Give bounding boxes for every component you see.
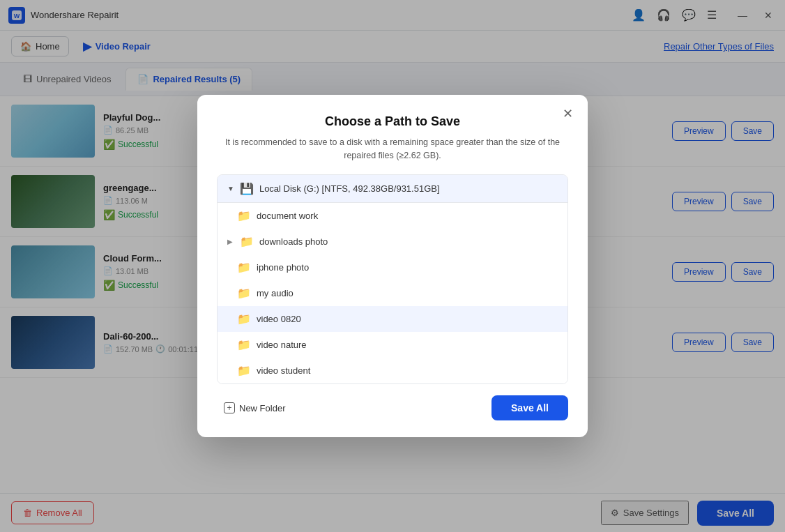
- folder-icon: 📁: [240, 235, 254, 248]
- folder-icon: 📁: [237, 312, 251, 326]
- modal-title: Choose a Path to Save: [217, 114, 568, 129]
- folder-name: video student: [257, 365, 310, 376]
- new-folder-button[interactable]: + New Folder: [217, 398, 292, 418]
- folder-icon: 📁: [237, 261, 251, 274]
- folder-icon: 📁: [237, 287, 251, 300]
- save-path-modal: ✕ Choose a Path to Save It is recommende…: [197, 95, 588, 438]
- tree-header[interactable]: ▼ 💾 Local Disk (G:) [NTFS, 492.38GB/931.…: [218, 175, 567, 203]
- modal-footer: + New Folder Save All: [217, 395, 568, 420]
- folder-name: video 0820: [257, 314, 301, 324]
- folder-item[interactable]: ▶ 📁 downloads photo: [218, 229, 567, 254]
- disk-icon: 💾: [240, 182, 254, 195]
- folder-item[interactable]: 📁 iphone photo: [218, 254, 567, 280]
- folder-icon: 📁: [237, 209, 251, 222]
- modal-overlay: ✕ Choose a Path to Save It is recommende…: [0, 0, 785, 532]
- folder-item[interactable]: 📁 video student: [218, 358, 567, 383]
- folder-name: downloads photo: [259, 236, 328, 247]
- new-folder-label: New Folder: [239, 403, 285, 413]
- folder-name: document work: [257, 211, 318, 221]
- chevron-right-icon: ▶: [227, 238, 233, 245]
- modal-close-button[interactable]: ✕: [558, 105, 577, 123]
- folder-icon: 📁: [237, 364, 251, 377]
- folder-item[interactable]: 📁 video nature: [218, 332, 567, 358]
- modal-save-all-button[interactable]: Save All: [491, 395, 568, 420]
- folder-name: my audio: [257, 288, 294, 298]
- modal-description: It is recommended to save to a disk with…: [217, 136, 568, 162]
- file-tree: ▼ 💾 Local Disk (G:) [NTFS, 492.38GB/931.…: [217, 174, 568, 384]
- folder-item-selected[interactable]: 📁 video 0820: [218, 306, 567, 332]
- folder-name: iphone photo: [257, 262, 309, 273]
- folder-name: video nature: [257, 340, 307, 350]
- folder-item[interactable]: 📁 document work: [218, 203, 567, 229]
- disk-label: Local Disk (G:) [NTFS, 492.38GB/931.51GB…: [259, 183, 440, 194]
- plus-icon: +: [224, 402, 235, 413]
- chevron-down-icon: ▼: [227, 185, 234, 192]
- folder-item[interactable]: 📁 my audio: [218, 280, 567, 306]
- tree-body: 📁 document work ▶ 📁 downloads photo 📁 ip…: [218, 203, 567, 383]
- folder-icon: 📁: [237, 338, 251, 351]
